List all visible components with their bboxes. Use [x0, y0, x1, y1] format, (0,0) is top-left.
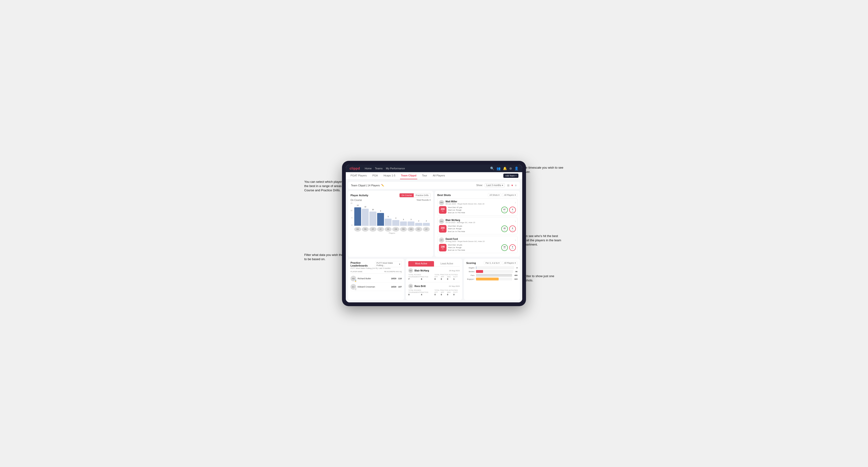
plus-circle-icon[interactable]: ⊕ — [509, 166, 512, 170]
edit-icon[interactable]: ✏️ — [381, 184, 384, 187]
grid-view-icon[interactable]: ⊞ — [507, 183, 510, 187]
search-icon[interactable]: 🔍 — [490, 166, 494, 170]
best-shots-card: Best Shots All Shots ▾ All Players ▾ — [435, 191, 520, 257]
nav-home[interactable]: Home — [365, 167, 371, 170]
app-val-2: 0 — [441, 293, 447, 296]
player-activity-card: Player Activity On Course Practice Drill… — [348, 191, 433, 257]
tab-tour[interactable]: Tour — [421, 172, 428, 179]
bar-9[interactable]: 2 — [423, 223, 430, 226]
scoring-value-0: 3 — [517, 267, 518, 269]
nav-performance[interactable]: My Performance — [386, 167, 405, 170]
nav-teams[interactable]: Teams — [375, 167, 382, 170]
show-label: Show: — [476, 184, 483, 187]
scoring-row-2: Pars499 — [466, 274, 518, 277]
bar-4[interactable]: 5 — [385, 219, 392, 226]
bell-icon[interactable]: 🔔 — [503, 166, 507, 170]
practice-drills-toggle[interactable]: Practice Drills — [414, 193, 431, 197]
col-pb-score: PB SCORE — [384, 271, 393, 272]
bar-value-8: 2 — [418, 220, 419, 222]
bar-0[interactable]: 13 — [354, 207, 361, 226]
par-filter-dropdown[interactable]: Par 3, 4 & 5s ▾ — [484, 261, 501, 265]
scoring-players-dropdown[interactable]: All Players ▾ — [502, 261, 518, 265]
leaderboard-dropdown-label: PUTT Must Make Putting... — [376, 262, 398, 267]
scoring-bar-wrap-0 — [476, 266, 514, 269]
bar-1[interactable]: 12 — [362, 209, 369, 226]
all-shots-dropdown[interactable]: All Shots ▾ — [488, 193, 501, 197]
on-course-toggle[interactable]: On Course — [400, 193, 414, 197]
avatar-3: JC — [377, 227, 384, 231]
bar-2[interactable]: 10 — [369, 212, 376, 226]
all-players-label: All Players — [504, 194, 514, 196]
lb-name-1: Richard Butler — [358, 277, 371, 280]
scoring-bar-wrap-1 — [476, 270, 513, 273]
shot-player-details-3: 24 Aug 2023 · Royal North Devon GC, Hole… — [445, 240, 485, 243]
active-date-1: 26 Aug 2023 — [449, 270, 460, 272]
most-active-card: Most Active Least Active BM Blair McHarg… — [406, 259, 462, 300]
active-player-header-1: BM Blair McHarg 26 Aug 2023 — [408, 268, 460, 273]
bar-6[interactable]: 3 — [400, 221, 407, 226]
avatar-4: EE — [385, 227, 392, 231]
all-players-dropdown[interactable]: All Players ▾ — [502, 193, 518, 197]
time-filter-dropdown[interactable]: Last 3 months ▾ — [485, 183, 505, 187]
tab-pgat-players[interactable]: PGAT Players — [349, 172, 368, 179]
avatar-8: EC — [415, 227, 422, 231]
chevron-down-icon: ▾ — [502, 184, 503, 187]
nav-icons: 🔍 👥 🔔 ⊕ 👤 — [490, 166, 519, 170]
shot-chevron-icon-1[interactable]: › — [515, 201, 516, 204]
leaderboard-dropdown[interactable]: PUTT Must Make Putting... ▾ — [375, 261, 402, 267]
chart-section-header: On Course Total Rounds ▾ — [350, 199, 431, 201]
app-logo: clippd — [349, 166, 360, 170]
heart-view-icon[interactable]: ♥ — [511, 183, 514, 187]
scoring-value-1: 96 — [516, 271, 518, 273]
tab-team-clippd[interactable]: Team Clippd — [400, 172, 417, 179]
scoring-chart: Eagles3Birdies96Pars499Bogeys+315 — [466, 266, 518, 280]
content-area: Team Clippd | 14 Players ✏️ Show: Last 3… — [346, 180, 522, 303]
tab-least-active[interactable]: Least Active — [434, 261, 460, 267]
shot-chevron-icon-2[interactable]: › — [515, 220, 516, 223]
scoring-bar-0 — [476, 266, 476, 269]
all-shots-label: All Shots — [489, 194, 498, 196]
tab-all-players[interactable]: All Players — [432, 172, 446, 179]
add-team-button[interactable]: Add Team + — [503, 174, 519, 178]
avatar-9: LR — [423, 227, 430, 231]
tab-hcaps[interactable]: Hcaps 1-5 — [382, 172, 396, 179]
practice-section-2: Total Practice Activities GTT APP ARG PU… — [434, 289, 460, 296]
shot-stats-1: 200 SG Shot Dist: 67 ydsStart Lie: Rough… — [439, 206, 516, 214]
list-view-icon[interactable]: ≡ — [515, 183, 517, 187]
people-icon[interactable]: 👥 — [497, 166, 500, 170]
tablet-device: clippd Home Teams My Performance 🔍 👥 🔔 ⊕… — [342, 161, 526, 306]
shot-desc-2: Shot Dist: 43 ydsStart Lie: RoughEnd Lie… — [448, 225, 500, 233]
tab-pga[interactable]: PGA — [371, 172, 379, 179]
shot-badge-value-3: 198 — [441, 246, 445, 248]
x-axis-label: Players — [353, 232, 431, 234]
all-shots-chevron-icon: ▾ — [498, 194, 500, 196]
bar-value-1: 12 — [365, 206, 366, 208]
bar-5[interactable]: 4 — [392, 220, 399, 226]
shot-chevron-icon-3[interactable]: › — [515, 239, 516, 242]
total-rounds-filter[interactable]: Total Rounds ▾ — [416, 199, 431, 201]
scoring-card: Scoring Par 3, 4 & 5s ▾ All Players ▾ — [464, 259, 520, 300]
lb-player-2: EC 2 Edward Crossman — [350, 284, 389, 290]
lb-avatar-2: EC 2 — [350, 284, 356, 290]
leaderboard-row-2: EC 2 Edward Crossman 18/20 107 — [350, 283, 402, 291]
active-date-2: 02 Sep 2023 — [449, 285, 460, 287]
scoring-row-3: Bogeys+315 — [466, 278, 518, 280]
lb-avg-2: 107 — [398, 286, 402, 288]
tab-most-active[interactable]: Most Active — [408, 261, 434, 267]
bar-group-3: 9 — [377, 213, 384, 226]
bar-value-4: 5 — [388, 216, 389, 217]
rank-badge-1: 🥇 — [354, 280, 357, 282]
scoring-bar-3 — [476, 278, 499, 280]
user-icon[interactable]: 👤 — [515, 166, 519, 170]
bar-8[interactable]: 2 — [415, 223, 422, 226]
bar-3[interactable]: 9 — [377, 213, 384, 226]
bar-7[interactable]: 3 — [408, 221, 414, 226]
scoring-label-1: Birdies — [466, 271, 474, 273]
leaderboard-dropdown-chevron: ▾ — [399, 263, 400, 266]
shot-player-details-1: 09 Jun 2023 · Royal North Devon GC, Hole… — [445, 203, 485, 205]
scoring-label-3: Bogeys+ — [466, 278, 474, 280]
active-name-1: Blair McHarg — [414, 269, 429, 272]
bar-value-7: 3 — [411, 219, 412, 220]
scoring-row-0: Eagles3 — [466, 266, 518, 269]
nav-links: Home Teams My Performance — [365, 167, 486, 170]
